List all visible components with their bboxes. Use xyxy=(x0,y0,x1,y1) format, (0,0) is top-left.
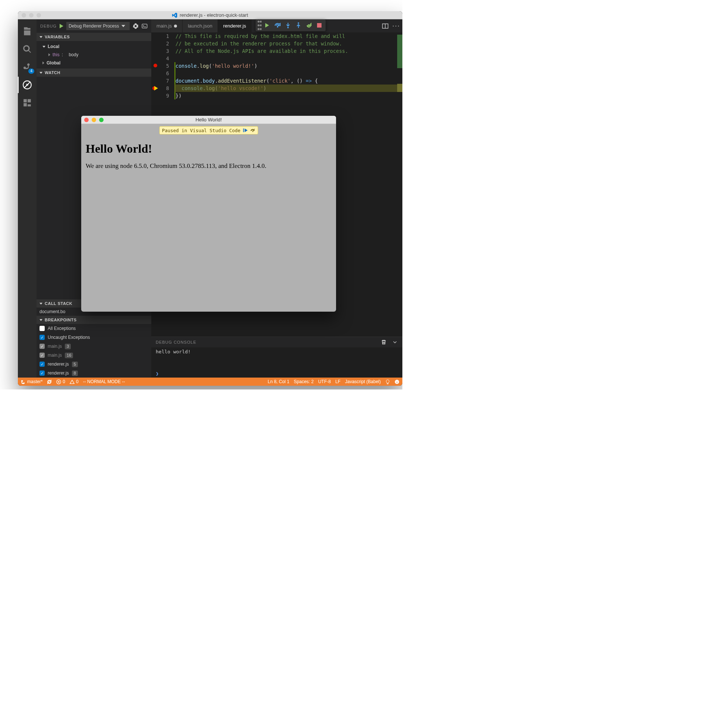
breakpoint-line: 8 xyxy=(72,370,78,376)
debug-console-input[interactable]: ❯ xyxy=(151,369,402,378)
code-line[interactable] xyxy=(174,70,402,77)
editor-tab[interactable]: renderer.js xyxy=(218,19,251,32)
breakpoint-checkbox[interactable] xyxy=(39,326,45,331)
restart-button[interactable] xyxy=(304,20,314,30)
svg-point-19 xyxy=(398,381,398,382)
breakpoint-row[interactable]: main.js3 xyxy=(37,342,151,351)
status-bar: master* 0 0 -- NORMAL MODE -- Ln 8, Col … xyxy=(18,378,402,386)
tab-label: main.js xyxy=(156,23,172,29)
sync-button[interactable] xyxy=(47,379,52,384)
code-line[interactable]: console.log('hello world!') xyxy=(174,62,402,70)
svg-line-1 xyxy=(24,82,30,88)
feedback-icon[interactable] xyxy=(395,379,399,384)
section-watch-header[interactable]: WATCH xyxy=(37,69,151,77)
code-line[interactable]: // This file is required by the index.ht… xyxy=(174,32,402,40)
breakpoint-row[interactable]: main.js16 xyxy=(37,351,151,360)
var-this[interactable]: this: body xyxy=(39,51,148,59)
extensions-icon[interactable] xyxy=(18,95,37,111)
breakpoint-label: renderer.js xyxy=(48,362,69,367)
minimize-button[interactable] xyxy=(29,13,34,18)
editor-tab[interactable]: launch.json xyxy=(183,19,218,32)
cursor-position[interactable]: Ln 8, Col 1 xyxy=(268,379,289,384)
debug-console-panel: DEBUG CONSOLE hello world! ❯ xyxy=(151,337,402,378)
paused-overlay: Paused in Visual Studio Code xyxy=(159,126,258,134)
traffic-lights xyxy=(22,13,41,18)
warnings-count[interactable]: 0 xyxy=(70,379,79,384)
resume-icon[interactable] xyxy=(243,128,248,133)
scope-local[interactable]: Local xyxy=(39,42,148,51)
language-mode[interactable]: Javascript (Babel) xyxy=(345,379,381,384)
svg-point-8 xyxy=(260,28,262,30)
grip-icon[interactable] xyxy=(257,19,262,31)
breakpoint-checkbox[interactable] xyxy=(39,370,45,376)
gear-icon[interactable] xyxy=(133,23,139,29)
breakpoint-checkbox[interactable] xyxy=(39,335,45,340)
clear-console-icon[interactable] xyxy=(381,339,387,345)
child-window-title: Hello World! xyxy=(196,117,222,123)
step-into-button[interactable] xyxy=(283,20,293,30)
breakpoint-row[interactable]: renderer.js8 xyxy=(37,369,151,378)
chevron-down-icon[interactable] xyxy=(392,339,398,345)
child-zoom-button[interactable] xyxy=(99,118,104,122)
eol[interactable]: LF xyxy=(335,379,341,384)
breakpoint-row[interactable]: Uncaught Exceptions xyxy=(37,333,151,342)
breakpoint-checkbox[interactable] xyxy=(39,353,45,358)
encoding[interactable]: UTF-8 xyxy=(318,379,331,384)
step-icon[interactable] xyxy=(250,128,255,133)
code-line[interactable]: }) xyxy=(174,92,402,99)
split-editor-icon[interactable] xyxy=(382,23,389,29)
child-minimize-button[interactable] xyxy=(92,118,96,122)
svg-point-7 xyxy=(260,24,262,26)
continue-button[interactable] xyxy=(262,20,272,30)
svg-point-11 xyxy=(298,22,299,24)
debug-icon[interactable] xyxy=(18,77,37,93)
step-out-button[interactable] xyxy=(294,20,303,30)
code-line[interactable] xyxy=(174,55,402,62)
svg-point-18 xyxy=(396,381,397,382)
child-close-button[interactable] xyxy=(84,118,89,122)
git-branch[interactable]: master* xyxy=(21,379,42,384)
step-over-button[interactable] xyxy=(273,20,282,30)
code-line[interactable]: // be executed in the renderer process f… xyxy=(174,40,402,47)
explorer-icon[interactable] xyxy=(18,23,37,39)
execution-pointer-icon xyxy=(152,85,159,92)
section-variables-header[interactable]: VARIABLES xyxy=(37,33,151,41)
more-actions-icon[interactable]: ··· xyxy=(392,22,400,30)
breakpoint-label: main.js xyxy=(48,353,62,358)
debug-console-icon[interactable] xyxy=(142,23,148,29)
code-line[interactable]: // All of the Node.js APIs are available… xyxy=(174,47,402,55)
breakpoint-row[interactable]: All Exceptions xyxy=(37,324,151,333)
stop-button[interactable] xyxy=(314,20,324,30)
breakpoint-row[interactable]: renderer.js5 xyxy=(37,360,151,369)
search-icon[interactable] xyxy=(18,41,37,57)
svg-point-3 xyxy=(257,20,259,22)
breakpoint-label: Uncaught Exceptions xyxy=(48,335,90,340)
svg-point-4 xyxy=(257,24,259,26)
close-button[interactable] xyxy=(22,13,26,18)
zoom-button[interactable] xyxy=(37,13,41,18)
debug-config-select[interactable]: Debug Renderer Process xyxy=(66,22,130,30)
bulb-icon[interactable] xyxy=(385,379,390,384)
svg-point-6 xyxy=(260,20,262,22)
scm-icon[interactable]: 4 xyxy=(18,59,37,75)
breakpoint-line: 3 xyxy=(65,344,71,349)
indentation[interactable]: Spaces: 2 xyxy=(294,379,314,384)
scope-global[interactable]: Global xyxy=(39,59,148,67)
breakpoint-line: 16 xyxy=(65,353,73,358)
editor-tab[interactable]: main.js xyxy=(151,19,183,32)
child-heading: Hello World! xyxy=(86,142,332,156)
start-debug-button[interactable] xyxy=(60,24,63,28)
breakpoint-glyph[interactable] xyxy=(153,64,157,67)
code-line[interactable]: document.body.addEventListener('click', … xyxy=(174,77,402,85)
breakpoint-checkbox[interactable] xyxy=(39,362,45,367)
breakpoint-checkbox[interactable] xyxy=(39,344,45,349)
svg-point-21 xyxy=(252,131,253,132)
errors-count[interactable]: 0 xyxy=(56,379,65,384)
section-breakpoints-header[interactable]: BREAKPOINTS xyxy=(37,316,151,324)
breakpoint-label: All Exceptions xyxy=(48,326,76,331)
activity-bar: 4 xyxy=(18,19,37,378)
window-titlebar: renderer.js - electron-quick-start xyxy=(18,11,402,19)
debug-toolbar[interactable] xyxy=(256,19,326,31)
dirty-indicator xyxy=(174,25,177,28)
electron-app-window: Hello World! Paused in Visual Studio Cod… xyxy=(81,116,336,312)
